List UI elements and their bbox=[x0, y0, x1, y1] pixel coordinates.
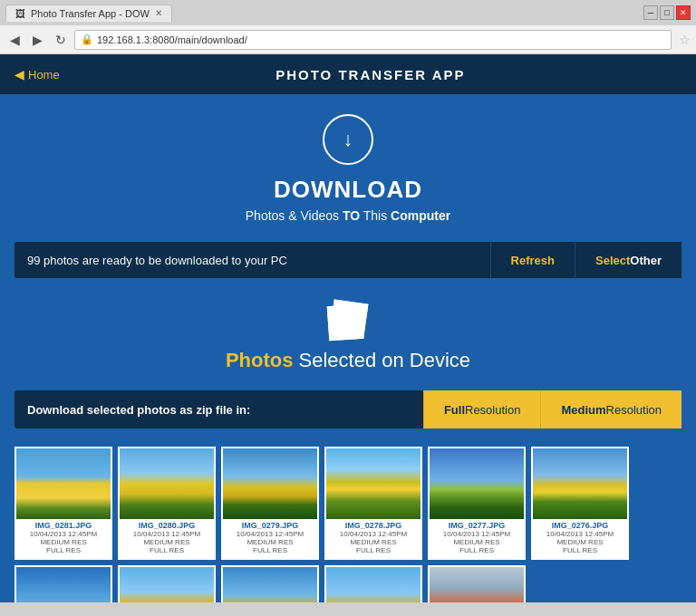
photo-info: IMG_0279.JPG 10/04/2013 12:45PM MEDIUM R… bbox=[223, 519, 317, 558]
photo-item[interactable]: IMG_0274.JPG 10/04/2013 12:45PM MEDIUM R… bbox=[118, 565, 216, 602]
photo-name: IMG_0278.JPG bbox=[328, 521, 419, 530]
photo-res-medium: MEDIUM RES bbox=[121, 538, 212, 546]
url-text: 192.168.1.3:8080/main/download/ bbox=[97, 34, 247, 45]
hero-section: ↓ DOWNLOAD Photos & Videos TO This Compu… bbox=[0, 94, 696, 233]
window-controls: ─ □ ✕ bbox=[643, 5, 691, 20]
photo-thumbnail bbox=[326, 567, 420, 602]
photo-thumbnail bbox=[120, 448, 214, 519]
photo-res-full: FULL RES bbox=[18, 546, 109, 554]
photo-thumbnail bbox=[223, 448, 317, 519]
select-other-button[interactable]: Select Other bbox=[575, 242, 682, 278]
photo-name: IMG_0280.JPG bbox=[121, 521, 212, 530]
photo-res-medium: MEDIUM RES bbox=[225, 538, 315, 546]
photo-date: 10/04/2013 12:45PM bbox=[18, 530, 109, 538]
full-resolution-button[interactable]: Full Resolution bbox=[423, 390, 541, 428]
photos-selected-title: Photos Selected on Device bbox=[0, 349, 696, 372]
photo-date: 10/04/2013 12:45PM bbox=[328, 530, 419, 538]
address-bar[interactable]: 🔒 192.168.1.3:8080/main/download/ bbox=[74, 30, 672, 50]
photo-date: 10/04/2013 12:45PM bbox=[535, 530, 625, 538]
photo-item[interactable]: IMG_0273.JPG 10/04/2013 12:45PM MEDIUM R… bbox=[221, 565, 319, 602]
download-icon-circle: ↓ bbox=[323, 114, 373, 165]
download-bar: Download selected photos as zip file in:… bbox=[14, 390, 682, 428]
photo-date: 10/04/2013 12:45PM bbox=[431, 530, 522, 538]
download-subtitle: Photos & Videos TO This Computer bbox=[0, 207, 696, 224]
browser-tab[interactable]: 🖼 Photo Transfer App - DOW ✕ bbox=[5, 5, 172, 22]
photo-res-medium: MEDIUM RES bbox=[535, 538, 625, 546]
photo-stack-front bbox=[327, 304, 364, 342]
medium-resolution-button[interactable]: Medium Resolution bbox=[540, 390, 682, 428]
photo-thumbnail bbox=[326, 448, 420, 519]
refresh-button[interactable]: Refresh bbox=[490, 242, 575, 278]
photo-res-full: FULL RES bbox=[225, 546, 315, 554]
action-bar: 99 photos are ready to be downloaded to … bbox=[14, 242, 682, 278]
photo-name: IMG_0281.JPG bbox=[18, 521, 109, 530]
photo-item[interactable]: IMG_0272.JPG 10/04/2013 12:45PM MEDIUM R… bbox=[324, 565, 422, 602]
photo-info: IMG_0278.JPG 10/04/2013 12:45PM MEDIUM R… bbox=[326, 519, 420, 558]
back-button[interactable]: ◀ bbox=[5, 31, 24, 49]
photo-item[interactable]: IMG_0275.JPG 10/04/2013 12:45PM MEDIUM R… bbox=[14, 565, 112, 602]
photo-item[interactable]: IMG_0277.JPG 10/04/2013 12:45PM MEDIUM R… bbox=[428, 447, 526, 560]
bookmark-icon[interactable]: ☆ bbox=[679, 33, 691, 47]
photo-info: IMG_0280.JPG 10/04/2013 12:45PM MEDIUM R… bbox=[120, 519, 214, 558]
photo-info: IMG_0277.JPG 10/04/2013 12:45PM MEDIUM R… bbox=[430, 519, 524, 558]
photo-name: IMG_0276.JPG bbox=[535, 521, 625, 530]
photo-name: IMG_0279.JPG bbox=[225, 521, 315, 530]
photo-item[interactable]: IMG_0280.JPG 10/04/2013 12:45PM MEDIUM R… bbox=[118, 447, 216, 560]
photos-selected-section: Photos Selected on Device bbox=[0, 287, 696, 381]
photo-item[interactable]: IMG_0271.JPG 10/04/2013 12:45PM MEDIUM R… bbox=[428, 565, 526, 602]
photo-thumbnail bbox=[16, 448, 111, 519]
photo-item[interactable]: IMG_0278.JPG 10/04/2013 12:45PM MEDIUM R… bbox=[324, 447, 422, 560]
photo-grid: IMG_0281.JPG 10/04/2013 12:45PM MEDIUM R… bbox=[0, 438, 696, 602]
maximize-button[interactable]: □ bbox=[660, 5, 674, 20]
photo-thumbnail bbox=[430, 448, 524, 519]
photo-item[interactable]: IMG_0276.JPG 10/04/2013 12:45PM MEDIUM R… bbox=[531, 447, 629, 560]
top-navigation: ◀ Home PHOTO TRANSFER APP bbox=[0, 54, 696, 94]
photos-ready-info: 99 photos are ready to be downloaded to … bbox=[14, 254, 490, 267]
tab-close-button[interactable]: ✕ bbox=[155, 8, 162, 18]
photo-thumbnail bbox=[223, 567, 317, 602]
home-label: Home bbox=[28, 68, 60, 82]
download-info: Download selected photos as zip file in: bbox=[14, 403, 423, 417]
refresh-nav-button[interactable]: ↻ bbox=[51, 31, 71, 49]
photo-name: IMG_0277.JPG bbox=[431, 521, 522, 530]
photo-item[interactable]: IMG_0279.JPG 10/04/2013 12:45PM MEDIUM R… bbox=[221, 447, 319, 560]
app-content: ◀ Home PHOTO TRANSFER APP ↓ DOWNLOAD Pho… bbox=[0, 54, 696, 602]
photo-date: 10/04/2013 12:45PM bbox=[225, 530, 315, 538]
home-arrow-icon: ◀ bbox=[14, 67, 24, 82]
tab-title: Photo Transfer App - DOW bbox=[31, 8, 150, 19]
photo-date: 10/04/2013 12:45PM bbox=[121, 530, 212, 538]
photo-stack-icon bbox=[324, 302, 372, 342]
minimize-button[interactable]: ─ bbox=[643, 5, 658, 20]
photo-thumbnail bbox=[430, 567, 524, 602]
photo-res-medium: MEDIUM RES bbox=[18, 538, 109, 546]
forward-button[interactable]: ▶ bbox=[28, 31, 47, 49]
close-button[interactable]: ✕ bbox=[676, 5, 691, 20]
home-link[interactable]: ◀ Home bbox=[14, 67, 60, 82]
photo-info: IMG_0281.JPG 10/04/2013 12:45PM MEDIUM R… bbox=[16, 519, 111, 558]
photo-thumbnail bbox=[533, 448, 627, 519]
photo-thumbnail bbox=[16, 567, 111, 602]
photo-res-medium: MEDIUM RES bbox=[328, 538, 419, 546]
photo-res-full: FULL RES bbox=[121, 546, 212, 554]
photo-thumbnail bbox=[120, 567, 214, 602]
photo-res-medium: MEDIUM RES bbox=[431, 538, 522, 546]
photo-res-full: FULL RES bbox=[328, 546, 419, 554]
app-title: PHOTO TRANSFER APP bbox=[60, 67, 682, 82]
photo-res-full: FULL RES bbox=[431, 546, 522, 554]
photo-info: IMG_0276.JPG 10/04/2013 12:45PM MEDIUM R… bbox=[533, 519, 627, 558]
photo-res-full: FULL RES bbox=[535, 546, 625, 554]
download-arrow-icon: ↓ bbox=[343, 128, 353, 151]
photo-item[interactable]: IMG_0281.JPG 10/04/2013 12:45PM MEDIUM R… bbox=[14, 447, 112, 560]
download-title: DOWNLOAD bbox=[0, 176, 696, 204]
